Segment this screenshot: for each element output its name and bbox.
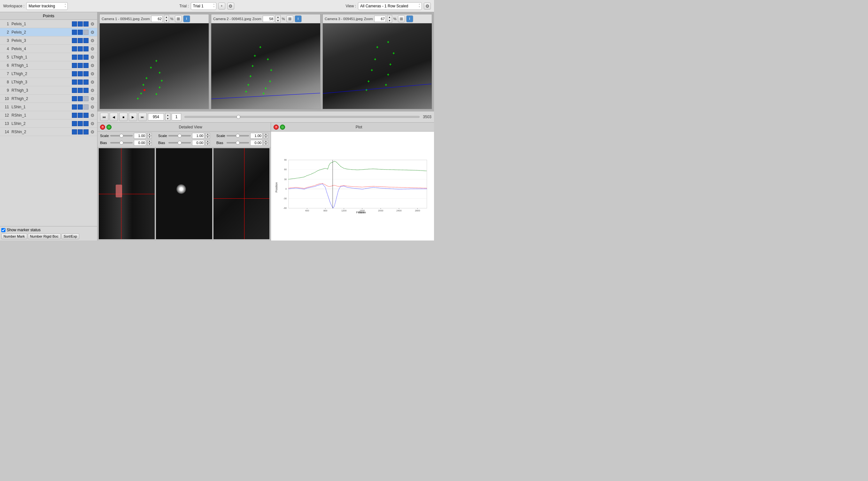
camera-2-zoom-stepper[interactable]: ▲ ▼ [276,15,281,23]
camera-1-zoom-down[interactable]: ▼ [164,19,169,22]
point-gear-7[interactable]: ⚙ [90,71,95,76]
show-marker-checkbox[interactable] [1,228,5,232]
frame-input[interactable] [148,114,164,120]
detail-col-1-scale-up[interactable]: ▲ [147,133,152,136]
point-gear-13[interactable]: ⚙ [90,121,95,126]
camera-2-zoom-down[interactable]: ▼ [276,19,280,22]
plot-close-button[interactable]: ✕ [274,125,279,130]
sort-exp-button[interactable]: Sort/Exp [61,233,79,239]
camera-3-zoom-stepper[interactable]: ▲ ▼ [387,15,392,23]
camera-2-zoom-input[interactable] [263,15,274,22]
frame-down[interactable]: ▼ [165,117,170,120]
camera-1-zoom-up[interactable]: ▲ [164,15,169,19]
number-mark-button[interactable]: Number Mark [1,233,27,239]
point-gear-11[interactable]: ⚙ [90,104,95,109]
point-row-11[interactable]: 11LShin_1⚙ [0,103,97,111]
point-row-10[interactable]: 10RThigh_2⚙ [0,95,97,103]
frame-up[interactable]: ▲ [165,114,170,117]
point-row-5[interactable]: 5LThigh_1⚙ [0,53,97,61]
point-gear-14[interactable]: ⚙ [90,129,95,134]
detail-col-2-bias-up[interactable]: ▲ [206,140,210,143]
step-back-button[interactable]: ◀ [110,113,118,121]
progress-thumb[interactable] [237,115,240,119]
workspace-select[interactable]: Marker tracking [26,2,68,10]
camera-1-info-button[interactable]: i [183,15,190,22]
detail-col-2-scale-up[interactable]: ▲ [206,133,210,136]
detail-col-1-bias-value[interactable] [134,140,146,146]
point-gear-9[interactable]: ⚙ [90,88,95,93]
detail-col-1-bias-slider[interactable] [110,142,133,143]
detail-col-2-scale-value[interactable] [192,133,204,139]
point-row-3[interactable]: 3Pelvis_3⚙ [0,36,97,45]
point-gear-2[interactable]: ⚙ [90,30,95,35]
detail-col-3-bias-down[interactable]: ▼ [264,143,268,146]
detail-col-3-bias-slider[interactable] [226,142,249,143]
skip-to-start-button[interactable]: ⏮ [100,113,108,121]
trial-select-wrapper[interactable]: Trial 1 [191,2,216,10]
point-row-14[interactable]: 14RShin_2⚙ [0,128,97,136]
point-gear-10[interactable]: ⚙ [90,96,95,101]
point-row-2[interactable]: 2Pelvis_2⚙ [0,28,97,36]
step-input[interactable] [172,114,181,120]
detail-col-2-scale-stepper[interactable]: ▲ ▼ [206,133,210,139]
detail-col-1-scale-stepper[interactable]: ▲ ▼ [147,133,152,139]
add-trial-button[interactable]: + [218,3,225,9]
number-rigid-button[interactable]: Number Rigid Boc [28,233,61,239]
detail-col-3-scale-up[interactable]: ▲ [264,133,268,136]
camera-3-zoom-up[interactable]: ▲ [388,15,392,19]
point-row-7[interactable]: 7LThigh_2⚙ [0,70,97,78]
detail-col-1-bias-up[interactable]: ▲ [147,140,152,143]
detail-col-3-scale-value[interactable] [250,133,262,139]
detail-col-3-bias-stepper[interactable]: ▲ ▼ [264,140,268,146]
point-gear-1[interactable]: ⚙ [90,22,95,27]
point-gear-6[interactable]: ⚙ [90,63,95,68]
camera-1-zoom-stepper[interactable]: ▲ ▼ [164,15,169,23]
detail-col-2-scale-down[interactable]: ▼ [206,136,210,139]
camera-2-info-button[interactable]: i [294,15,302,22]
camera-3-view[interactable]: + + + + + + + + + + [323,23,432,109]
detail-col-2-bias-stepper[interactable]: ▲ ▼ [206,140,210,146]
detail-col-2-bias-down[interactable]: ▼ [206,143,210,146]
camera-3-fit-button[interactable]: ⊞ [398,15,405,22]
view-select[interactable]: All Cameras - 1 Row Scaled [358,2,422,10]
point-row-8[interactable]: 8LThigh_3⚙ [0,78,97,86]
camera-2-zoom-up[interactable]: ▲ [276,15,280,19]
view-select-wrapper[interactable]: All Cameras - 1 Row Scaled [358,2,422,10]
skip-to-end-button[interactable]: ⏭ [138,113,147,121]
stop-button[interactable]: ■ [119,113,127,121]
detail-col-3-scale-slider[interactable] [226,135,249,136]
play-button[interactable]: ▶ [129,113,137,121]
camera-3-info-button[interactable]: i [406,15,413,22]
point-gear-12[interactable]: ⚙ [90,113,95,118]
detail-col-2-bias-value[interactable] [192,140,204,146]
camera-1-fit-button[interactable]: ⊞ [175,15,182,22]
trial-select[interactable]: Trial 1 [191,2,216,10]
camera-2-view[interactable]: + + + + + + + + + + + [211,23,320,109]
point-row-13[interactable]: 13LShin_2⚙ [0,120,97,128]
view-settings-button[interactable]: ⚙ [424,3,431,9]
trial-settings-button[interactable]: ⚙ [227,3,234,9]
camera-1-view[interactable]: + + + + + + + + + + [100,23,209,109]
point-gear-4[interactable]: ⚙ [90,46,95,52]
camera-2-fit-button[interactable]: ⊞ [286,15,293,22]
point-gear-5[interactable]: ⚙ [90,55,95,60]
progress-track[interactable] [184,116,420,118]
point-row-6[interactable]: 6RThigh_1⚙ [0,61,97,70]
camera-1-zoom-input[interactable] [151,15,163,22]
frame-stepper[interactable]: ▲ ▼ [165,113,170,121]
detail-col-3-bias-value[interactable] [250,140,262,146]
point-row-9[interactable]: 9RThigh_3⚙ [0,86,97,95]
point-gear-3[interactable]: ⚙ [90,38,95,43]
detail-col-3-bias-up[interactable]: ▲ [264,140,268,143]
camera-3-zoom-down[interactable]: ▼ [388,19,392,22]
point-row-12[interactable]: 12RShin_1⚙ [0,111,97,120]
detail-col-1-scale-slider[interactable] [110,135,133,136]
detail-col-2-bias-slider[interactable] [168,142,191,143]
point-gear-8[interactable]: ⚙ [90,79,95,85]
detail-col-2-scale-slider[interactable] [168,135,191,136]
detail-col-3-scale-stepper[interactable]: ▲ ▼ [264,133,268,139]
detail-col-1-bias-stepper[interactable]: ▲ ▼ [147,140,152,146]
point-row-4[interactable]: 4Pelvis_4⚙ [0,45,97,53]
detail-col-3-scale-down[interactable]: ▼ [264,136,268,139]
detail-col-1-scale-down[interactable]: ▼ [147,136,152,139]
